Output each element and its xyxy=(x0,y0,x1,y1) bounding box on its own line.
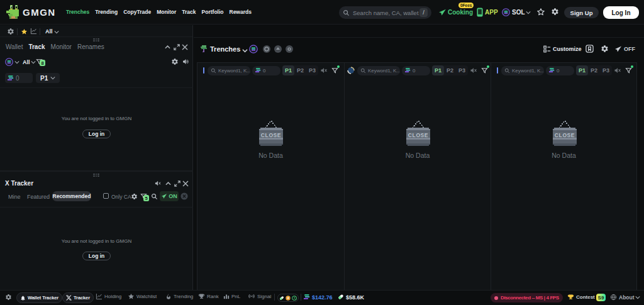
svg-text:CLOSE: CLOSE xyxy=(408,132,428,138)
svg-text:CLOSE: CLOSE xyxy=(555,132,575,138)
svg-text:3: 3 xyxy=(294,296,296,299)
svg-text:CLOSE: CLOSE xyxy=(261,132,281,138)
